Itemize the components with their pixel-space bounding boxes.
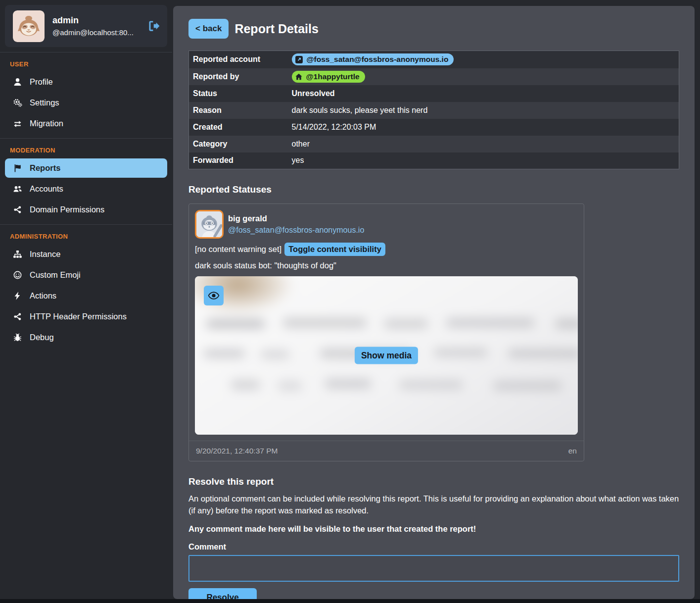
sidebar-item-custom-emoji[interactable]: Custom Emoji [5,265,167,285]
sidebar-section-administration: ADMINISTRATION Instance Custom Emoji Act… [0,224,172,347]
row-value: Unresolved [288,85,679,102]
status-timestamp: 9/20/2021, 12:40:37 PM [196,447,278,455]
toggle-content-visibility-button[interactable]: Toggle content visibility [284,243,385,256]
sidebar-item-instance[interactable]: Instance [5,245,167,264]
row-label: Created [189,119,288,136]
transfer-arrows-icon [12,119,23,128]
section-header-user: USER [0,56,172,71]
section-header-administration: ADMINISTRATION [0,229,172,243]
sitemap-icon [12,250,23,259]
home-icon [295,73,303,81]
resolve-description: An optional comment can be included whil… [188,493,679,517]
share-nodes-icon [12,312,23,321]
reported-statuses-heading: Reported Statuses [188,184,679,195]
sidebar-item-accounts[interactable]: Accounts [5,179,167,199]
sign-out-icon [147,19,160,33]
user-icon [12,77,23,87]
reported-status-card: big gerald @foss_satan@fossbros-anonymou… [188,203,584,461]
row-label: Reason [189,102,288,119]
table-row: Reported by @1happyturtle [189,68,679,85]
sidebar-item-label: Settings [30,98,59,107]
status-header: big gerald @foss_satan@fossbros-anonymou… [189,204,584,239]
row-label: Forwarded [189,152,288,169]
page-bottom-strip [0,599,700,603]
status-display-name: big gerald [228,214,364,223]
sidebar-item-label: Custom Emoji [30,270,81,280]
user-name: admin [52,15,134,26]
comment-label: Comment [188,542,679,552]
users-icon [12,184,23,194]
content-warning-row: [no content warning set] Toggle content … [189,243,584,256]
external-link-icon [295,55,303,64]
user-card[interactable]: admin @admin@localhost:80... [5,5,167,47]
sidebar-item-migration[interactable]: Migration [5,114,167,133]
eye-icon [208,290,220,302]
sidebar-item-label: Instance [30,250,60,259]
table-row: Category other [189,136,679,152]
sidebar-item-label: HTTP Header Permissions [30,312,127,321]
show-media-button[interactable]: Show media [355,347,418,364]
gears-icon [12,98,23,107]
row-value: other [288,136,679,152]
status-author-handle[interactable]: @foss_satan@fossbros-anonymous.io [228,226,364,235]
row-label: Status [189,85,288,102]
table-row: Forwarded yes [189,152,679,169]
sidebar-item-label: Debug [30,333,54,342]
row-value: dark souls sucks, please yeet this nerd [288,102,679,119]
sidebar-item-reports[interactable]: Reports [5,158,167,178]
sidebar-item-label: Migration [30,119,63,128]
user-handle: @admin@localhost:80... [52,28,134,37]
status-media-attachment[interactable]: Show media [195,276,578,435]
back-button[interactable]: < back [188,19,229,39]
sidebar-item-debug[interactable]: Debug [5,328,167,347]
resolve-warning: Any comment made here will be visible to… [188,524,679,534]
bolt-icon [12,291,23,301]
reported-account-handle: @foss_satan@fossbros-anonymous.io [307,55,449,64]
bug-icon [12,333,23,342]
row-label: Reported account [189,51,288,68]
sidebar-section-user: USER Profile Settings Migration [0,52,172,133]
status-language: en [568,447,577,455]
main-header: < back Report Details [188,19,679,39]
table-row: Reported account @foss_satan@fossbros-an… [189,51,679,68]
sidebar-item-label: Profile [30,77,53,87]
sidebar-item-http-header-permissions[interactable]: HTTP Header Permissions [5,307,167,326]
sign-out-button[interactable] [147,19,160,33]
table-row: Created 5/14/2022, 12:20:03 PM [189,119,679,136]
sidebar-item-label: Accounts [30,184,63,194]
sidebar-item-domain-permissions[interactable]: Domain Permissions [5,200,167,219]
sidebar-item-profile[interactable]: Profile [5,72,167,92]
row-label: Reported by [189,68,288,85]
section-header-moderation: MODERATION [0,143,172,157]
table-row: Reason dark souls sucks, please yeet thi… [189,102,679,119]
row-value: 5/14/2022, 12:20:03 PM [288,119,679,136]
row-value: yes [288,152,679,169]
sidebar-item-label: Domain Permissions [30,205,104,214]
report-details-panel: < back Report Details Reported account @… [173,6,695,599]
smiley-icon [12,270,23,280]
table-row: Status Unresolved [189,85,679,102]
report-info-table: Reported account @foss_satan@fossbros-an… [188,50,679,169]
content-warning-text: [no content warning set] [195,245,281,254]
sidebar-item-actions[interactable]: Actions [5,286,167,305]
reported-by-pill[interactable]: @1happyturtle [292,71,365,83]
sidebar-item-label: Reports [30,163,60,173]
reported-by-handle: @1happyturtle [306,72,360,81]
sidebar: admin @admin@localhost:80... USER Profil… [0,0,172,349]
page-title: Report Details [234,22,318,36]
sidebar-section-moderation: MODERATION Reports Accounts Domain Permi… [0,138,172,219]
hide-media-button[interactable] [204,286,224,305]
row-label: Category [189,136,288,152]
sidebar-item-label: Actions [30,291,56,301]
sidebar-item-settings[interactable]: Settings [5,93,167,112]
resolve-heading: Resolve this report [188,476,679,487]
admin-avatar [13,10,45,42]
comment-input[interactable] [188,555,679,582]
status-content-text: dark souls status bot: "thoughts of dog" [189,261,584,270]
status-author-avatar [195,210,224,239]
reported-account-pill[interactable]: @foss_satan@fossbros-anonymous.io [292,53,454,65]
flag-icon [12,163,23,173]
share-nodes-icon [12,205,23,214]
status-footer: 9/20/2021, 12:40:37 PM en [189,441,584,461]
